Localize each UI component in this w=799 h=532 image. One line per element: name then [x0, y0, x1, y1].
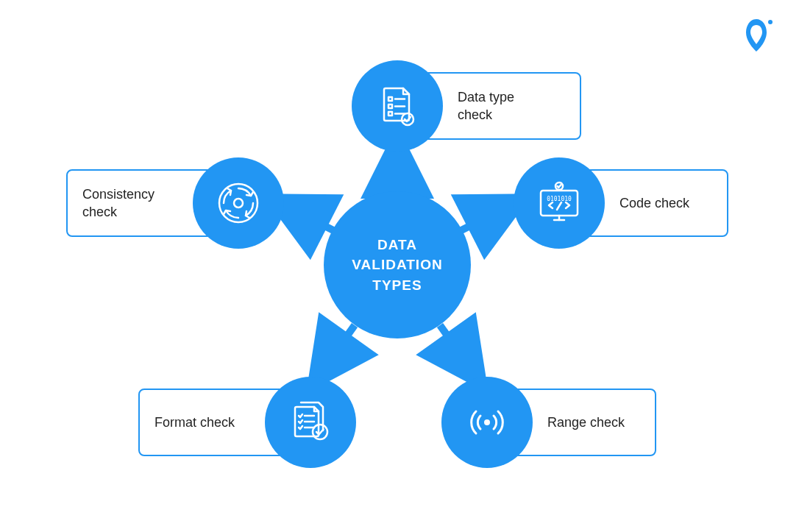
svg-line-5 — [327, 325, 355, 363]
svg-rect-10 — [388, 112, 392, 116]
node-text-format: Format check — [155, 414, 235, 431]
diagram-canvas: DATA VALIDATION TYPES Data type check Co… — [0, 0, 799, 532]
node-text-consistency: Consistency check — [82, 185, 155, 221]
svg-point-0 — [768, 20, 773, 24]
center-hub: DATA VALIDATION TYPES — [324, 191, 471, 338]
node-text-range: Range check — [547, 414, 625, 431]
svg-point-19 — [219, 184, 258, 222]
node-circle-range — [441, 377, 533, 468]
document-approved-icon — [286, 398, 335, 447]
svg-line-2 — [461, 210, 500, 230]
svg-line-17 — [557, 202, 561, 210]
node-circle-format — [265, 377, 356, 468]
svg-line-3 — [294, 210, 333, 230]
center-title: DATA VALIDATION TYPES — [352, 235, 442, 296]
svg-point-21 — [484, 419, 490, 425]
checklist-doc-icon — [374, 82, 421, 130]
svg-line-4 — [440, 325, 467, 363]
svg-rect-6 — [388, 97, 392, 101]
code-monitor-icon: 0101010 — [535, 179, 583, 227]
svg-rect-13 — [541, 191, 578, 216]
node-circle-consistency — [193, 157, 284, 249]
svg-point-20 — [234, 199, 243, 208]
node-text-data-type: Data type check — [458, 88, 514, 124]
refresh-cycle-icon — [214, 179, 263, 227]
svg-text:0101010: 0101010 — [547, 196, 572, 202]
node-circle-code: 0101010 — [514, 157, 605, 249]
node-text-code: Code check — [619, 194, 689, 212]
node-circle-data-type — [352, 60, 443, 152]
brand-a-icon — [736, 15, 777, 56]
signal-range-icon — [463, 398, 511, 447]
svg-rect-8 — [388, 104, 392, 108]
brand-logo — [736, 15, 777, 59]
